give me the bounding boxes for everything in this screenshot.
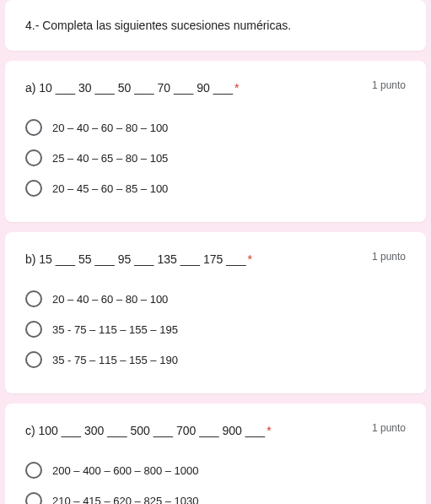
option-label: 35 - 75 – 115 – 155 – 190 xyxy=(52,354,178,366)
question-text: c) 100 ___ 300 ___ 500 ___ 700 ___ 900 _… xyxy=(25,422,288,440)
option-label: 210 – 415 – 620 – 825 – 1030 xyxy=(52,495,199,505)
points-label: 1 punto xyxy=(372,251,406,263)
radio-icon xyxy=(25,149,42,166)
question-prompt: a) 10 ___ 30 ___ 50 ___ 70 ___ 90 ___ xyxy=(25,81,233,95)
question-header: a) 10 ___ 30 ___ 50 ___ 70 ___ 90 ___* 1… xyxy=(25,79,406,97)
radio-option[interactable]: 35 - 75 – 115 – 155 – 195 xyxy=(25,314,406,344)
question-prompt: b) 15 ___ 55 ___ 95 ___ 135 ___ 175 ___ xyxy=(25,252,246,266)
radio-option[interactable]: 25 – 40 – 65 – 80 – 105 xyxy=(25,143,406,173)
radio-icon xyxy=(25,492,42,504)
option-label: 35 - 75 – 115 – 155 – 195 xyxy=(52,323,178,336)
question-text: b) 15 ___ 55 ___ 95 ___ 135 ___ 175 ___* xyxy=(25,251,269,268)
radio-option[interactable]: 20 – 40 – 60 – 80 – 100 xyxy=(25,112,406,143)
question-header: b) 15 ___ 55 ___ 95 ___ 135 ___ 175 ___*… xyxy=(25,251,406,268)
radio-option[interactable]: 20 – 45 – 60 – 85 – 100 xyxy=(25,173,406,203)
required-asterisk: * xyxy=(234,81,239,95)
required-asterisk: * xyxy=(248,252,252,266)
points-label: 1 punto xyxy=(372,422,406,434)
points-label: 1 punto xyxy=(372,79,406,91)
radio-icon xyxy=(25,321,42,338)
radio-icon xyxy=(25,462,42,479)
radio-icon xyxy=(25,351,42,368)
radio-icon xyxy=(25,119,42,136)
radio-option[interactable]: 210 – 415 – 620 – 825 – 1030 xyxy=(25,485,406,504)
option-label: 20 – 45 – 60 – 85 – 100 xyxy=(52,182,168,195)
radio-option[interactable]: 20 – 40 – 60 – 80 – 100 xyxy=(25,284,406,314)
question-card-c: c) 100 ___ 300 ___ 500 ___ 700 ___ 900 _… xyxy=(5,404,426,504)
radio-icon xyxy=(25,290,42,307)
section-header-card: 4.- Completa las siguientes sucesiones n… xyxy=(5,0,426,51)
question-header: c) 100 ___ 300 ___ 500 ___ 700 ___ 900 _… xyxy=(25,422,406,440)
radio-option[interactable]: 35 - 75 – 115 – 155 – 190 xyxy=(25,344,406,375)
section-title: 4.- Completa las siguientes sucesiones n… xyxy=(25,19,406,32)
option-label: 20 – 40 – 60 – 80 – 100 xyxy=(52,122,168,134)
question-prompt: c) 100 ___ 300 ___ 500 ___ 700 ___ 900 _… xyxy=(25,424,265,437)
question-card-a: a) 10 ___ 30 ___ 50 ___ 70 ___ 90 ___* 1… xyxy=(5,61,426,222)
option-label: 200 – 400 – 600 – 800 – 1000 xyxy=(52,464,199,477)
radio-option[interactable]: 200 – 400 – 600 – 800 – 1000 xyxy=(25,455,406,485)
required-asterisk: * xyxy=(267,424,271,437)
option-label: 25 – 40 – 65 – 80 – 105 xyxy=(52,152,168,165)
option-label: 20 – 40 – 60 – 80 – 100 xyxy=(52,293,168,306)
question-card-b: b) 15 ___ 55 ___ 95 ___ 135 ___ 175 ___*… xyxy=(5,232,426,393)
form-wrap: 4.- Completa las siguientes sucesiones n… xyxy=(0,0,431,504)
radio-icon xyxy=(25,180,42,197)
question-text: a) 10 ___ 30 ___ 50 ___ 70 ___ 90 ___* xyxy=(25,79,256,97)
